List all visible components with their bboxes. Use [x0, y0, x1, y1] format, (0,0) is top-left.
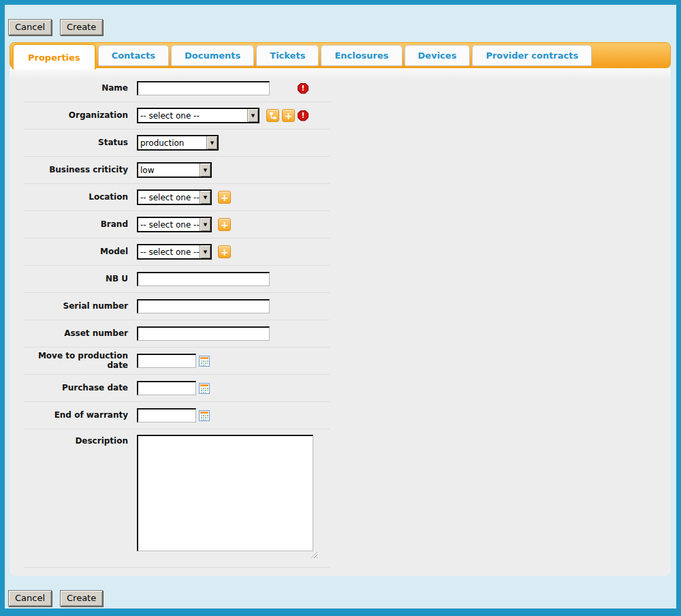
location-label: Location: [24, 193, 128, 202]
asset-number-label: Asset number: [24, 329, 128, 339]
brand-select[interactable]: -- select one -- ▼: [137, 217, 212, 232]
properties-form: Name ! Organization -- select one -- ▼ +…: [24, 75, 330, 568]
plus-icon: +: [285, 111, 293, 121]
tab-contacts[interactable]: Contacts: [98, 45, 169, 66]
form-row-nb-u: NB U: [24, 266, 330, 293]
status-label: Status: [24, 138, 128, 148]
model-label: Model: [24, 247, 128, 257]
dropdown-arrow-icon[interactable]: ▼: [247, 109, 258, 122]
dropdown-arrow-icon[interactable]: ▼: [206, 136, 217, 149]
calendar-icon[interactable]: [199, 356, 210, 367]
description-textarea[interactable]: [137, 435, 313, 551]
end-of-warranty-label: End of warranty: [24, 411, 128, 420]
properties-tab-panel: Name ! Organization -- select one -- ▼ +…: [10, 68, 671, 576]
tab-enclosures[interactable]: Enclosures: [321, 45, 402, 66]
create-object-window: { "window": { "top_toolbar": { "cancel":…: [0, 0, 681, 616]
tab-devices[interactable]: Devices: [405, 45, 471, 66]
status-select[interactable]: production ▼: [137, 135, 219, 151]
location-select-value: -- select one --: [138, 191, 200, 204]
dropdown-arrow-icon[interactable]: ▼: [200, 245, 210, 258]
form-row-serial-number: Serial number: [24, 293, 330, 320]
move-to-production-date-label: Move to production date: [24, 352, 128, 371]
form-row-model: Model -- select one -- ▼ +: [24, 238, 330, 266]
form-row-name: Name !: [24, 75, 330, 102]
move-to-production-date-input[interactable]: [137, 354, 196, 368]
form-row-move-to-production-date: Move to production date: [24, 348, 330, 375]
model-select[interactable]: -- select one -- ▼: [137, 244, 212, 260]
form-row-purchase-date: Purchase date: [24, 375, 330, 402]
tab-provider-contracts[interactable]: Provider contracts: [472, 45, 592, 66]
form-row-asset-number: Asset number: [24, 320, 330, 348]
dropdown-arrow-icon[interactable]: ▼: [200, 164, 210, 176]
serial-number-input[interactable]: [137, 299, 270, 313]
tab-documents[interactable]: Documents: [171, 45, 254, 66]
nb-u-input[interactable]: [137, 272, 270, 286]
hierarchy-browse-button[interactable]: [266, 109, 279, 122]
form-row-brand: Brand -- select one -- ▼ +: [24, 211, 330, 238]
form-row-description: Description: [24, 429, 330, 568]
required-icon: !: [298, 83, 308, 94]
tab-bar: Properties Contacts Documents Tickets En…: [10, 42, 671, 68]
business-criticity-label: Business criticity: [24, 166, 128, 175]
name-label: Name: [24, 84, 128, 93]
add-model-button[interactable]: +: [218, 245, 231, 258]
organization-select[interactable]: -- select one -- ▼: [137, 108, 259, 123]
required-icon: !: [298, 110, 308, 121]
business-criticity-select[interactable]: low ▼: [137, 162, 212, 178]
create-button-bottom[interactable]: Create: [60, 590, 103, 606]
calendar-icon[interactable]: [199, 410, 210, 421]
status-select-value: production: [138, 136, 206, 149]
form-row-end-of-warranty: End of warranty: [24, 402, 330, 429]
brand-label: Brand: [24, 220, 128, 230]
nb-u-label: NB U: [24, 275, 128, 284]
brand-select-value: -- select one --: [138, 218, 200, 231]
calendar-icon[interactable]: [199, 383, 210, 394]
cancel-button[interactable]: Cancel: [8, 19, 52, 35]
tab-tickets[interactable]: Tickets: [256, 45, 319, 66]
purchase-date-label: Purchase date: [24, 384, 128, 393]
create-button[interactable]: Create: [60, 19, 103, 35]
plus-icon: +: [221, 220, 229, 230]
asset-number-input[interactable]: [137, 326, 270, 341]
plus-icon: +: [221, 193, 229, 202]
description-label: Description: [24, 435, 128, 446]
add-location-button[interactable]: +: [218, 191, 231, 204]
end-of-warranty-input[interactable]: [137, 408, 196, 422]
organization-select-value: -- select one --: [138, 109, 247, 122]
resize-handle-icon[interactable]: [311, 552, 317, 558]
name-input[interactable]: [137, 81, 270, 95]
add-brand-button[interactable]: +: [218, 218, 231, 231]
add-organization-button[interactable]: +: [282, 109, 295, 122]
form-row-location: Location -- select one -- ▼ +: [24, 184, 330, 211]
hierarchy-icon: [269, 112, 277, 120]
form-row-status: Status production ▼: [24, 129, 330, 157]
dropdown-arrow-icon[interactable]: ▼: [200, 218, 210, 231]
cancel-button-bottom[interactable]: Cancel: [8, 590, 52, 606]
purchase-date-input[interactable]: [137, 381, 196, 395]
form-row-organization: Organization -- select one -- ▼ + !: [24, 102, 330, 129]
tab-properties[interactable]: Properties: [12, 44, 96, 70]
form-row-business-criticity: Business criticity low ▼: [24, 157, 330, 184]
serial-number-label: Serial number: [24, 302, 128, 311]
location-select[interactable]: -- select one -- ▼: [137, 189, 212, 205]
model-select-value: -- select one --: [138, 245, 200, 258]
dropdown-arrow-icon[interactable]: ▼: [200, 191, 210, 204]
business-criticity-select-value: low: [138, 164, 200, 176]
plus-icon: +: [221, 247, 229, 257]
organization-label: Organization: [24, 111, 128, 121]
